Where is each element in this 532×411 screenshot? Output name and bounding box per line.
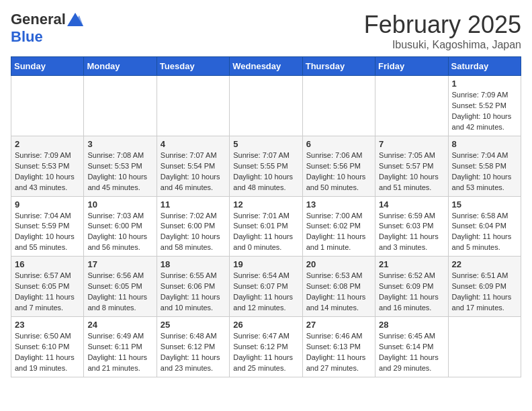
day-number: 17 bbox=[87, 259, 152, 269]
calendar-cell: 23Sunrise: 6:50 AM Sunset: 6:10 PM Dayli… bbox=[11, 317, 84, 377]
day-info: Sunrise: 7:02 AM Sunset: 6:00 PM Dayligh… bbox=[161, 211, 226, 254]
calendar-cell: 22Sunrise: 6:51 AM Sunset: 6:09 PM Dayli… bbox=[448, 257, 521, 317]
day-info: Sunrise: 7:06 AM Sunset: 5:56 PM Dayligh… bbox=[306, 150, 371, 193]
day-info: Sunrise: 6:59 AM Sunset: 6:03 PM Dayligh… bbox=[379, 211, 444, 254]
weekday-header-tuesday: Tuesday bbox=[157, 57, 229, 76]
week-row-2: 2Sunrise: 7:09 AM Sunset: 5:53 PM Daylig… bbox=[11, 136, 521, 196]
calendar-cell: 17Sunrise: 6:56 AM Sunset: 6:05 PM Dayli… bbox=[84, 257, 157, 317]
calendar-cell: 3Sunrise: 7:08 AM Sunset: 5:53 PM Daylig… bbox=[84, 136, 157, 196]
day-number: 10 bbox=[87, 199, 152, 210]
calendar-cell: 7Sunrise: 7:05 AM Sunset: 5:57 PM Daylig… bbox=[375, 136, 448, 196]
day-info: Sunrise: 6:53 AM Sunset: 6:08 PM Dayligh… bbox=[306, 271, 371, 314]
day-info: Sunrise: 7:03 AM Sunset: 6:00 PM Dayligh… bbox=[87, 211, 152, 254]
day-info: Sunrise: 6:46 AM Sunset: 6:13 PM Dayligh… bbox=[306, 331, 371, 374]
calendar-cell: 10Sunrise: 7:03 AM Sunset: 6:00 PM Dayli… bbox=[84, 196, 157, 257]
day-number: 26 bbox=[233, 320, 298, 330]
weekday-header-row: SundayMondayTuesdayWednesdayThursdayFrid… bbox=[11, 57, 521, 76]
calendar-cell: 21Sunrise: 6:52 AM Sunset: 6:09 PM Dayli… bbox=[375, 257, 448, 317]
day-number: 14 bbox=[379, 199, 444, 210]
calendar-cell: 27Sunrise: 6:46 AM Sunset: 6:13 PM Dayli… bbox=[302, 317, 375, 377]
day-info: Sunrise: 7:07 AM Sunset: 5:55 PM Dayligh… bbox=[233, 150, 298, 193]
day-number: 27 bbox=[306, 320, 371, 330]
day-number: 3 bbox=[87, 139, 152, 149]
day-number: 12 bbox=[233, 199, 298, 210]
calendar-cell: 28Sunrise: 6:45 AM Sunset: 6:14 PM Dayli… bbox=[375, 317, 448, 377]
calendar-cell: 24Sunrise: 6:49 AM Sunset: 6:11 PM Dayli… bbox=[84, 317, 157, 377]
weekday-header-thursday: Thursday bbox=[302, 57, 375, 76]
weekday-header-wednesday: Wednesday bbox=[230, 57, 302, 76]
calendar-cell: 13Sunrise: 7:00 AM Sunset: 6:02 PM Dayli… bbox=[302, 196, 375, 257]
weekday-header-saturday: Saturday bbox=[448, 57, 521, 76]
logo-blue-text: Blue bbox=[11, 28, 43, 46]
day-number: 21 bbox=[379, 259, 444, 269]
day-info: Sunrise: 6:56 AM Sunset: 6:05 PM Dayligh… bbox=[87, 271, 152, 314]
day-number: 28 bbox=[379, 320, 444, 330]
week-row-1: 1Sunrise: 7:09 AM Sunset: 5:52 PM Daylig… bbox=[11, 76, 521, 136]
calendar-cell: 18Sunrise: 6:55 AM Sunset: 6:06 PM Dayli… bbox=[157, 257, 229, 317]
calendar-cell: 8Sunrise: 7:04 AM Sunset: 5:58 PM Daylig… bbox=[448, 136, 521, 196]
day-info: Sunrise: 7:09 AM Sunset: 5:52 PM Dayligh… bbox=[452, 90, 517, 133]
calendar-cell: 15Sunrise: 6:58 AM Sunset: 6:04 PM Dayli… bbox=[448, 196, 521, 257]
day-number: 11 bbox=[161, 199, 226, 210]
day-info: Sunrise: 6:52 AM Sunset: 6:09 PM Dayligh… bbox=[379, 271, 444, 314]
day-number: 16 bbox=[15, 259, 80, 269]
calendar-cell: 1Sunrise: 7:09 AM Sunset: 5:52 PM Daylig… bbox=[448, 76, 521, 136]
week-row-3: 9Sunrise: 7:04 AM Sunset: 5:59 PM Daylig… bbox=[11, 196, 521, 257]
day-info: Sunrise: 6:48 AM Sunset: 6:12 PM Dayligh… bbox=[161, 331, 226, 374]
title-block: February 2025 Ibusuki, Kagoshima, Japan bbox=[364, 11, 521, 51]
day-number: 25 bbox=[161, 320, 226, 330]
calendar-cell: 20Sunrise: 6:53 AM Sunset: 6:08 PM Dayli… bbox=[302, 257, 375, 317]
calendar-cell bbox=[157, 76, 229, 136]
calendar-cell: 19Sunrise: 6:54 AM Sunset: 6:07 PM Dayli… bbox=[230, 257, 302, 317]
day-info: Sunrise: 6:57 AM Sunset: 6:05 PM Dayligh… bbox=[15, 271, 80, 314]
day-info: Sunrise: 6:45 AM Sunset: 6:14 PM Dayligh… bbox=[379, 331, 444, 374]
day-info: Sunrise: 6:58 AM Sunset: 6:04 PM Dayligh… bbox=[452, 211, 517, 254]
day-number: 23 bbox=[15, 320, 80, 330]
calendar-cell: 11Sunrise: 7:02 AM Sunset: 6:00 PM Dayli… bbox=[157, 196, 229, 257]
calendar-cell: 26Sunrise: 6:47 AM Sunset: 6:12 PM Dayli… bbox=[230, 317, 302, 377]
day-info: Sunrise: 7:04 AM Sunset: 5:59 PM Dayligh… bbox=[15, 211, 80, 254]
day-info: Sunrise: 6:51 AM Sunset: 6:09 PM Dayligh… bbox=[452, 271, 517, 314]
location: Ibusuki, Kagoshima, Japan bbox=[364, 39, 521, 51]
calendar-cell: 12Sunrise: 7:01 AM Sunset: 6:01 PM Dayli… bbox=[230, 196, 302, 257]
day-number: 2 bbox=[15, 139, 80, 149]
weekday-header-monday: Monday bbox=[84, 57, 157, 76]
day-info: Sunrise: 6:49 AM Sunset: 6:11 PM Dayligh… bbox=[87, 331, 152, 374]
day-number: 15 bbox=[452, 199, 517, 210]
weekday-header-sunday: Sunday bbox=[11, 57, 84, 76]
day-info: Sunrise: 7:07 AM Sunset: 5:54 PM Dayligh… bbox=[161, 150, 226, 193]
day-info: Sunrise: 6:50 AM Sunset: 6:10 PM Dayligh… bbox=[15, 331, 80, 374]
calendar-cell bbox=[84, 76, 157, 136]
day-number: 5 bbox=[233, 139, 298, 149]
calendar-cell: 4Sunrise: 7:07 AM Sunset: 5:54 PM Daylig… bbox=[157, 136, 229, 196]
day-info: Sunrise: 7:05 AM Sunset: 5:57 PM Dayligh… bbox=[379, 150, 444, 193]
calendar-cell bbox=[375, 76, 448, 136]
day-info: Sunrise: 7:08 AM Sunset: 5:53 PM Dayligh… bbox=[87, 150, 152, 193]
calendar-cell bbox=[11, 76, 84, 136]
day-number: 13 bbox=[306, 199, 371, 210]
day-info: Sunrise: 7:01 AM Sunset: 6:01 PM Dayligh… bbox=[233, 211, 298, 254]
day-info: Sunrise: 7:09 AM Sunset: 5:53 PM Dayligh… bbox=[15, 150, 80, 193]
calendar-cell bbox=[448, 317, 521, 377]
calendar-table: SundayMondayTuesdayWednesdayThursdayFrid… bbox=[11, 56, 521, 377]
calendar-cell: 25Sunrise: 6:48 AM Sunset: 6:12 PM Dayli… bbox=[157, 317, 229, 377]
calendar-cell: 5Sunrise: 7:07 AM Sunset: 5:55 PM Daylig… bbox=[230, 136, 302, 196]
calendar-cell: 2Sunrise: 7:09 AM Sunset: 5:53 PM Daylig… bbox=[11, 136, 84, 196]
logo: General Blue bbox=[11, 11, 83, 46]
logo-icon bbox=[67, 13, 83, 26]
day-number: 20 bbox=[306, 259, 371, 269]
day-number: 24 bbox=[87, 320, 152, 330]
day-number: 1 bbox=[452, 79, 517, 89]
day-number: 6 bbox=[306, 139, 371, 149]
day-number: 9 bbox=[15, 199, 80, 210]
calendar-cell: 6Sunrise: 7:06 AM Sunset: 5:56 PM Daylig… bbox=[302, 136, 375, 196]
logo-general-text: General bbox=[11, 11, 66, 28]
month-title: February 2025 bbox=[364, 11, 521, 39]
day-number: 19 bbox=[233, 259, 298, 269]
weekday-header-friday: Friday bbox=[375, 57, 448, 76]
day-number: 4 bbox=[161, 139, 226, 149]
week-row-4: 16Sunrise: 6:57 AM Sunset: 6:05 PM Dayli… bbox=[11, 257, 521, 317]
page-header: General Blue February 2025 Ibusuki, Kago… bbox=[11, 11, 521, 51]
day-info: Sunrise: 7:04 AM Sunset: 5:58 PM Dayligh… bbox=[452, 150, 517, 193]
day-info: Sunrise: 6:47 AM Sunset: 6:12 PM Dayligh… bbox=[233, 331, 298, 374]
